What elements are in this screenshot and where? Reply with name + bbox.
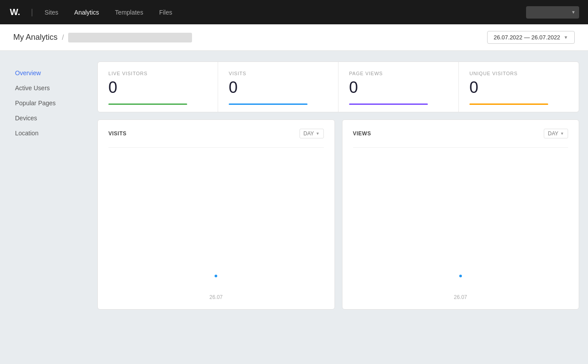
chart-divider: [353, 147, 569, 148]
content-area: LIVE VISITORS 0 VISITS 0 PAGE VIEWS 0 UN…: [97, 61, 579, 310]
sidebar-item-devices[interactable]: Devices: [9, 111, 97, 125]
stat-line-live-visitors: [108, 103, 187, 105]
stat-label-page-views: PAGE VIEWS: [349, 71, 448, 76]
chevron-down-icon: ▼: [560, 131, 564, 136]
views-chart-card: VIEWS DAY ▼ 26.07: [342, 119, 580, 310]
stat-line-page-views: [349, 103, 428, 105]
stat-line-unique-visitors: [469, 103, 548, 105]
logo: W.: [9, 6, 21, 19]
stat-line-visits: [229, 103, 307, 105]
stat-card-live-visitors: LIVE VISITORS 0: [98, 62, 218, 112]
stat-label-unique-visitors: UNIQUE VISITORS: [469, 71, 568, 76]
visits-chart-plot: [108, 151, 324, 291]
sidebar-item-overview[interactable]: Overview: [9, 66, 97, 80]
sidebar-item-location[interactable]: Location: [9, 126, 97, 140]
nav-divider: |: [31, 8, 33, 17]
breadcrumb-bar: My Analytics / 26.07.2022 — 26.07.2022 ▼: [0, 24, 588, 51]
stat-value-visits: 0: [229, 80, 327, 96]
views-chart-x-label: 26.07: [353, 294, 569, 302]
visits-period-label: DAY: [304, 130, 314, 137]
sidebar: Overview Active Users Popular Pages Devi…: [9, 61, 97, 310]
views-chart-period-selector[interactable]: DAY ▼: [544, 129, 568, 138]
stat-value-page-views: 0: [349, 80, 448, 96]
sidebar-item-active-users[interactable]: Active Users: [9, 81, 97, 95]
nav-item-templates[interactable]: Templates: [109, 6, 150, 19]
visits-chart-area: 26.07: [108, 151, 324, 302]
stat-label-visits: VISITS: [229, 71, 327, 76]
sidebar-item-popular-pages[interactable]: Popular Pages: [9, 96, 97, 110]
visits-chart-card: VISITS DAY ▼ 26.07: [97, 119, 335, 310]
visits-chart-header: VISITS DAY ▼: [108, 129, 324, 138]
stat-card-unique-visitors: UNIQUE VISITORS 0: [459, 62, 579, 112]
account-label: [530, 9, 531, 15]
page-title: My Analytics: [13, 33, 58, 42]
visits-chart-x-label: 26.07: [108, 294, 324, 302]
views-chart-title: VIEWS: [353, 130, 371, 137]
main-content: Overview Active Users Popular Pages Devi…: [0, 51, 588, 320]
chevron-down-icon: ▼: [316, 131, 320, 136]
chevron-down-icon: ▼: [564, 35, 568, 40]
nav-right: ▼: [526, 6, 579, 19]
visits-chart-title: VISITS: [108, 130, 127, 137]
views-chart-plot: [353, 151, 569, 291]
views-period-label: DAY: [548, 130, 558, 137]
views-chart-header: VIEWS DAY ▼: [353, 129, 569, 138]
breadcrumb-separator: /: [62, 34, 64, 42]
stat-label-live-visitors: LIVE VISITORS: [108, 71, 207, 76]
stat-card-page-views: PAGE VIEWS 0: [338, 62, 459, 112]
date-range-picker[interactable]: 26.07.2022 — 26.07.2022 ▼: [487, 31, 575, 44]
stats-row: LIVE VISITORS 0 VISITS 0 PAGE VIEWS 0 UN…: [97, 61, 579, 112]
account-dropdown[interactable]: ▼: [526, 6, 579, 19]
nav-item-files[interactable]: Files: [153, 6, 179, 19]
visits-chart-dot: [215, 275, 217, 277]
stat-card-visits: VISITS 0: [218, 62, 338, 112]
site-url-bar: [68, 33, 192, 42]
views-chart-area: 26.07: [353, 151, 569, 302]
chevron-down-icon: ▼: [571, 10, 576, 15]
stat-value-live-visitors: 0: [108, 80, 207, 96]
top-navigation: W. | Sites Analytics Templates Files ▼: [0, 0, 588, 24]
stat-value-unique-visitors: 0: [469, 80, 568, 96]
visits-chart-period-selector[interactable]: DAY ▼: [300, 129, 324, 138]
nav-item-sites[interactable]: Sites: [38, 6, 65, 19]
charts-row: VISITS DAY ▼ 26.07 VIEWS: [97, 119, 579, 310]
chart-divider: [108, 147, 324, 148]
date-range-label: 26.07.2022 — 26.07.2022: [494, 34, 560, 41]
nav-item-analytics[interactable]: Analytics: [68, 6, 105, 19]
views-chart-dot: [459, 275, 462, 277]
